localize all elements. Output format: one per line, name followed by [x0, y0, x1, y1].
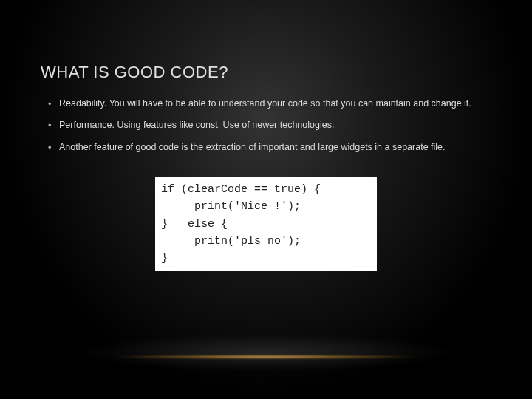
bullet-item: Performance. Using features like const. …: [59, 118, 495, 132]
code-line: if (clearCode == true) {: [161, 183, 321, 196]
floor-reflection: [74, 334, 458, 371]
code-line: pritn('pls no');: [161, 235, 301, 248]
code-line: print('Nice !');: [161, 200, 301, 213]
slide-title: WHAT IS GOOD CODE?: [0, 0, 532, 82]
bullet-item: Another feature of good code is the extr…: [59, 140, 495, 154]
bullet-item: Readability. You will have to be able to…: [59, 97, 495, 111]
code-line: } else {: [161, 218, 228, 231]
floor-highlight: [107, 355, 425, 359]
code-line: }: [161, 252, 168, 265]
bullet-list: Readability. You will have to be able to…: [0, 82, 532, 154]
code-snippet: if (clearCode == true) { print('Nice !')…: [155, 177, 377, 271]
slide: WHAT IS GOOD CODE? Readability. You will…: [0, 0, 532, 399]
